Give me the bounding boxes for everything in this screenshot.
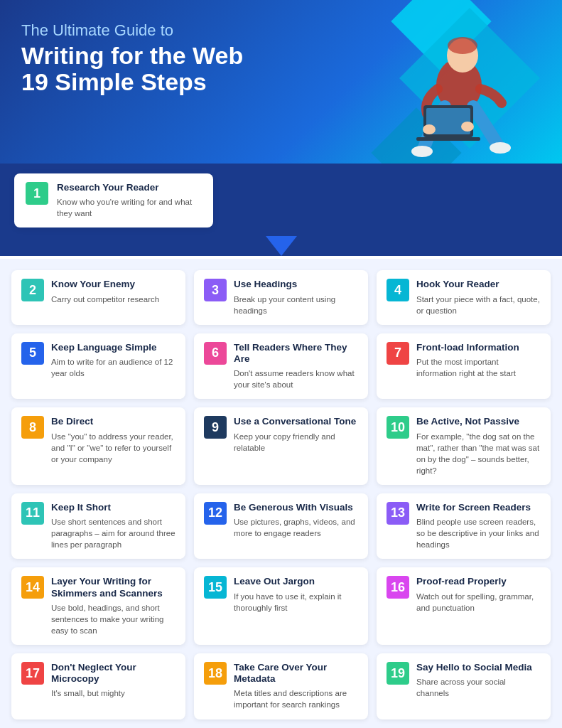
step-card-3: 3 Use Headings Break up your content usi… — [194, 270, 368, 324]
step-card-17: 17 Don't Neglect Your Microcopy It's sma… — [11, 653, 185, 719]
step-number-19: 19 — [387, 662, 409, 685]
svg-rect-7 — [416, 137, 480, 141]
step-title-14: Layer Your Writing for Skimmers and Scan… — [51, 576, 175, 599]
step-content-1: Research Your Reader Know who you're wri… — [57, 182, 202, 219]
step-title-11: Keep It Short — [51, 502, 175, 513]
grid-row-11-13: 11 Keep It Short Use short sentences and… — [11, 493, 551, 559]
step-card-1: 1 Research Your Reader Know who you're w… — [14, 173, 213, 228]
step-card-2: 2 Know Your Enemy Carry out competitor r… — [11, 270, 185, 324]
step-desc-6: Don't assume readers know what your site… — [234, 368, 358, 390]
person-svg — [388, 21, 530, 164]
step-number-1: 1 — [26, 182, 48, 205]
step-card-14: 14 Layer Your Writing for Skimmers and S… — [11, 567, 185, 645]
step-card-6: 6 Tell Readers Where They Are Don't assu… — [194, 333, 368, 400]
step-desc-18: Meta titles and descriptions are importa… — [234, 687, 358, 710]
step-number-3: 3 — [204, 279, 227, 301]
step-desc-3: Break up your content using headings — [234, 294, 358, 316]
step-card-16: 16 Proof-read Properly Watch out for spe… — [377, 567, 551, 645]
step-desc-4: Start your piece with a fact, quote, or … — [416, 294, 541, 316]
step-title-17: Don't Neglect Your Microcopy — [51, 662, 175, 685]
svg-point-3 — [411, 146, 433, 157]
grid-row-17-19: 17 Don't Neglect Your Microcopy It's sma… — [11, 653, 551, 719]
step-desc-15: If you have to use it, explain it thorou… — [234, 591, 358, 614]
step-title-8: Be Direct — [51, 416, 175, 427]
step-number-9: 9 — [204, 416, 227, 439]
step-card-19: 19 Say Hello to Social Media Share acros… — [377, 653, 551, 719]
svg-point-4 — [490, 142, 511, 154]
person-image — [377, 7, 541, 164]
step-desc-1: Know who you're writing for and what the… — [57, 196, 202, 219]
step-card-13: 13 Write for Screen Readers Blind people… — [377, 493, 551, 559]
step-card-7: 7 Front-load Information Put the most im… — [377, 333, 551, 400]
step-title-19: Say Hello to Social Media — [416, 662, 541, 673]
step-desc-5: Aim to write for an audience of 12 year … — [51, 356, 175, 379]
header-text: The Ultimate Guide to Writing for the We… — [21, 21, 306, 96]
step-number-6: 6 — [204, 342, 227, 365]
svg-point-8 — [423, 124, 436, 134]
grid-row-5-7: 5 Keep Language Simple Aim to write for … — [11, 333, 551, 400]
grid-row-8-10: 8 Be Direct Use "you" to address your re… — [11, 407, 551, 485]
step-number-8: 8 — [21, 416, 44, 439]
step-number-4: 4 — [387, 279, 409, 301]
step-title-13: Write for Screen Readers — [416, 502, 541, 513]
step-desc-7: Put the most important information right… — [416, 356, 541, 379]
step-number-16: 16 — [387, 576, 409, 599]
step-title-6: Tell Readers Where They Are — [234, 342, 358, 365]
grid-row-14-16: 14 Layer Your Writing for Skimmers and S… — [11, 567, 551, 645]
header-subtitle: The Ultimate Guide to — [21, 21, 306, 40]
grid-row-2-4: 2 Know Your Enemy Carry out competitor r… — [11, 270, 551, 324]
step-desc-17: It's small, but mighty — [51, 687, 175, 699]
step-title-16: Proof-read Properly — [416, 576, 541, 587]
step-title-7: Front-load Information — [416, 342, 541, 353]
step-desc-8: Use "you" to address your reader, and "I… — [51, 431, 175, 465]
step-number-10: 10 — [387, 416, 409, 439]
step-title-4: Hook Your Reader — [416, 279, 541, 290]
step-title-15: Leave Out Jargon — [234, 576, 358, 587]
step-number-5: 5 — [21, 342, 44, 365]
step-number-12: 12 — [204, 502, 227, 525]
step-title-1: Research Your Reader — [57, 182, 202, 193]
svg-point-9 — [461, 122, 474, 132]
header-title: Writing for the Web 19 Simple Steps — [21, 43, 306, 96]
step-desc-9: Keep your copy friendly and relatable — [234, 431, 358, 454]
step1-section: 1 Research Your Reader Know who you're w… — [0, 164, 562, 256]
step-desc-19: Share across your social channels — [416, 676, 541, 699]
step-desc-11: Use short sentences and short paragraphs… — [51, 516, 175, 550]
arrow-divider — [0, 236, 562, 256]
step-title-3: Use Headings — [234, 279, 358, 290]
step-card-4: 4 Hook Your Reader Start your piece with… — [377, 270, 551, 324]
step-card-9: 9 Use a Conversational Tone Keep your co… — [194, 407, 368, 485]
step-card-8: 8 Be Direct Use "you" to address your re… — [11, 407, 185, 485]
step-card-10: 10 Be Active, Not Passive For example, "… — [377, 407, 551, 485]
step-desc-13: Blind people use screen readers, so be d… — [416, 516, 541, 550]
step-card-11: 11 Keep It Short Use short sentences and… — [11, 493, 185, 559]
step-title-9: Use a Conversational Tone — [234, 416, 358, 427]
step-card-12: 12 Be Generous With Visuals Use pictures… — [194, 493, 368, 559]
arrow-down-icon — [266, 236, 297, 256]
step-number-15: 15 — [204, 576, 227, 599]
step-title-5: Keep Language Simple — [51, 342, 175, 353]
step-number-17: 17 — [21, 662, 44, 685]
step-number-11: 11 — [21, 502, 44, 525]
step-desc-10: For example, "the dog sat on the mat", r… — [416, 431, 541, 476]
step-desc-14: Use bold, headings, and short sentences … — [51, 602, 175, 636]
step-number-14: 14 — [21, 576, 44, 599]
step-card-18: 18 Take Care Over Your Metadata Meta tit… — [194, 653, 368, 719]
step-card-15: 15 Leave Out Jargon If you have to use i… — [194, 567, 368, 645]
step-desc-16: Watch out for spelling, grammar, and pun… — [416, 591, 541, 614]
step-number-18: 18 — [204, 662, 227, 685]
step-title-2: Know Your Enemy — [51, 279, 159, 290]
step-number-7: 7 — [387, 342, 409, 365]
step-title-12: Be Generous With Visuals — [234, 502, 358, 513]
svg-point-2 — [448, 37, 477, 54]
step-desc-2: Carry out competitor research — [51, 294, 159, 305]
step-card-5: 5 Keep Language Simple Aim to write for … — [11, 333, 185, 400]
header: The Ultimate Guide to Writing for the We… — [0, 0, 562, 164]
step-number-2: 2 — [21, 279, 44, 301]
step-number-13: 13 — [387, 502, 409, 525]
step-desc-12: Use pictures, graphs, videos, and more t… — [234, 516, 358, 539]
step-title-10: Be Active, Not Passive — [416, 416, 541, 427]
step-title-18: Take Care Over Your Metadata — [234, 662, 358, 685]
grid-section: 2 Know Your Enemy Carry out competitor r… — [0, 259, 562, 728]
